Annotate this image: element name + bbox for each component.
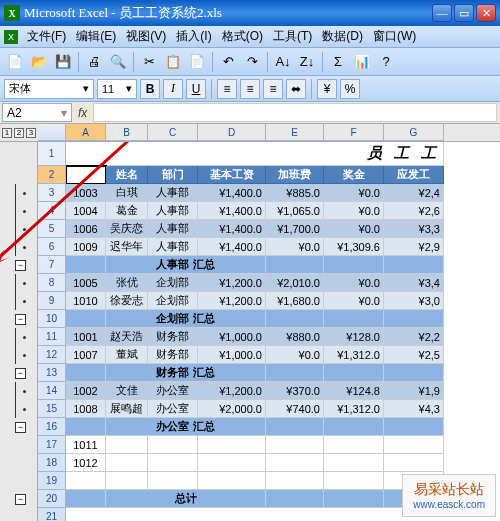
cell[interactable] xyxy=(148,472,198,490)
outline-level-2[interactable]: 2 xyxy=(14,128,24,138)
row-header[interactable]: 11 xyxy=(38,328,65,346)
cell[interactable] xyxy=(384,364,444,382)
table-header-cell[interactable]: 加班费 xyxy=(266,166,324,184)
cell[interactable] xyxy=(384,436,444,454)
new-icon[interactable]: 📄 xyxy=(4,51,26,73)
row-header[interactable]: 8 xyxy=(38,274,65,292)
cell[interactable] xyxy=(106,472,148,490)
cell[interactable]: 1012 xyxy=(66,454,106,472)
row-header[interactable]: 2 xyxy=(38,166,65,184)
cell[interactable]: ¥1,400.0 xyxy=(198,184,266,202)
cell[interactable]: 赵天浩 xyxy=(106,328,148,346)
formula-bar[interactable] xyxy=(93,103,497,122)
align-center-button[interactable]: ≡ xyxy=(240,79,260,99)
cell[interactable]: 1003 xyxy=(66,184,106,202)
subtotal-label[interactable]: 总计 xyxy=(106,490,266,508)
cell[interactable]: ¥1,700.0 xyxy=(266,220,324,238)
row-header[interactable]: 3 xyxy=(38,184,65,202)
cell[interactable]: ¥2,2 xyxy=(384,328,444,346)
menu-file[interactable]: 文件(F) xyxy=(23,26,70,47)
sort-desc-icon[interactable]: Z↓ xyxy=(296,51,318,73)
cell[interactable]: 1010 xyxy=(66,292,106,310)
name-box[interactable]: A2▾ xyxy=(2,103,72,122)
cell[interactable]: 1011 xyxy=(66,436,106,454)
cell[interactable]: ¥2,6 xyxy=(384,202,444,220)
bold-button[interactable]: B xyxy=(140,79,160,99)
align-right-button[interactable]: ≡ xyxy=(263,79,283,99)
cell[interactable] xyxy=(66,418,106,436)
cell[interactable]: 人事部 xyxy=(148,238,198,256)
col-header-b[interactable]: B xyxy=(106,124,148,141)
cell[interactable]: 人事部 xyxy=(148,202,198,220)
menu-view[interactable]: 视图(V) xyxy=(122,26,170,47)
paste-icon[interactable]: 📄 xyxy=(186,51,208,73)
copy-icon[interactable]: 📋 xyxy=(162,51,184,73)
collapse-icon[interactable]: − xyxy=(15,494,26,505)
align-left-button[interactable]: ≡ xyxy=(217,79,237,99)
cell[interactable]: ¥0.0 xyxy=(324,274,384,292)
cell[interactable]: ¥0.0 xyxy=(266,238,324,256)
cell[interactable] xyxy=(148,454,198,472)
currency-button[interactable]: ¥ xyxy=(317,79,337,99)
row-header[interactable]: 1 xyxy=(38,142,65,166)
menu-insert[interactable]: 插入(I) xyxy=(172,26,215,47)
cell[interactable] xyxy=(66,364,106,382)
maximize-button[interactable]: ▭ xyxy=(454,4,474,22)
cell[interactable] xyxy=(198,436,266,454)
subtotal-label[interactable]: 企划部 汇总 xyxy=(106,310,266,328)
cell[interactable]: 迟华年 xyxy=(106,238,148,256)
cell[interactable]: 张优 xyxy=(106,274,148,292)
subtotal-label[interactable]: 财务部 汇总 xyxy=(106,364,266,382)
cell[interactable] xyxy=(66,472,106,490)
cell[interactable]: ¥740.0 xyxy=(266,400,324,418)
cell[interactable] xyxy=(266,490,324,508)
row-header[interactable]: 7 xyxy=(38,256,65,274)
row-header[interactable]: 13 xyxy=(38,364,65,382)
cell[interactable]: ¥1,9 xyxy=(384,382,444,400)
sort-asc-icon[interactable]: A↓ xyxy=(272,51,294,73)
cell[interactable] xyxy=(266,256,324,274)
cell[interactable]: ¥1,400.0 xyxy=(198,238,266,256)
collapse-icon[interactable]: − xyxy=(15,422,26,433)
percent-button[interactable]: % xyxy=(340,79,360,99)
cell[interactable]: 1008 xyxy=(66,400,106,418)
cell[interactable] xyxy=(106,454,148,472)
cell[interactable] xyxy=(324,364,384,382)
cell[interactable]: ¥1,200.0 xyxy=(198,292,266,310)
table-header-cell[interactable]: 部门 xyxy=(148,166,198,184)
row-header[interactable]: 12 xyxy=(38,346,65,364)
cell[interactable]: 1004 xyxy=(66,202,106,220)
cell[interactable] xyxy=(324,310,384,328)
undo-icon[interactable]: ↶ xyxy=(217,51,239,73)
row-header[interactable]: 17 xyxy=(38,436,65,454)
col-header-f[interactable]: F xyxy=(324,124,384,141)
cell[interactable]: ¥1,200.0 xyxy=(198,382,266,400)
cell[interactable]: ¥4,3 xyxy=(384,400,444,418)
sheet-title[interactable]: 员 工 工 xyxy=(66,142,444,166)
cell[interactable] xyxy=(266,418,324,436)
cell[interactable]: ¥1,065.0 xyxy=(266,202,324,220)
cell[interactable]: ¥1,000.0 xyxy=(198,328,266,346)
cell[interactable]: ¥2,010.0 xyxy=(266,274,324,292)
cell[interactable]: 企划部 xyxy=(148,292,198,310)
cell[interactable]: ¥1,400.0 xyxy=(198,202,266,220)
outline-level-1[interactable]: 1 xyxy=(2,128,12,138)
cell[interactable] xyxy=(66,310,106,328)
font-size-combo[interactable]: 11▾ xyxy=(97,79,137,99)
cell[interactable] xyxy=(324,436,384,454)
merge-button[interactable]: ⬌ xyxy=(286,79,306,99)
help-icon[interactable]: ? xyxy=(375,51,397,73)
cell[interactable]: ¥3,0 xyxy=(384,292,444,310)
cell[interactable] xyxy=(198,454,266,472)
table-header-cell[interactable]: 奖金 xyxy=(324,166,384,184)
cell[interactable]: 文佳 xyxy=(106,382,148,400)
outline-marker[interactable]: − xyxy=(0,310,37,328)
cell[interactable] xyxy=(266,436,324,454)
cell[interactable]: 人事部 xyxy=(148,184,198,202)
cell[interactable]: ¥0.0 xyxy=(324,292,384,310)
cell[interactable] xyxy=(324,472,384,490)
cell[interactable] xyxy=(66,490,106,508)
cell[interactable]: ¥2,4 xyxy=(384,184,444,202)
cell[interactable]: ¥128.0 xyxy=(324,328,384,346)
select-all-corner[interactable] xyxy=(38,124,66,141)
